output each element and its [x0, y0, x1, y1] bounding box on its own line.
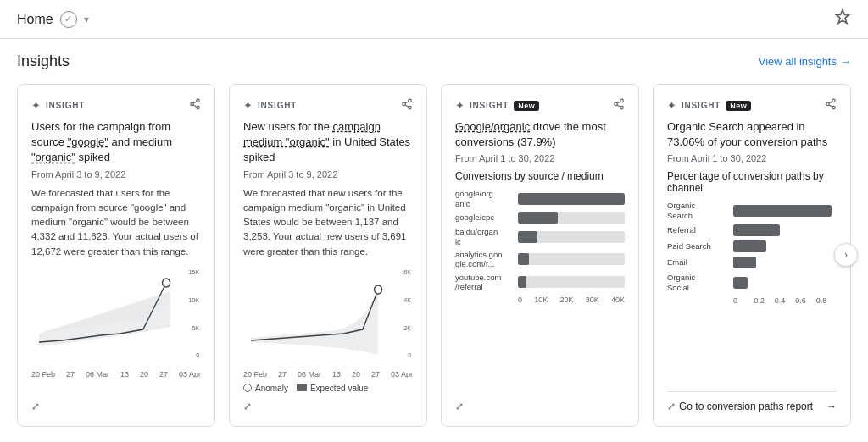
goto-report-link[interactable]: ⤢ Go to conversion paths report →: [667, 391, 837, 412]
bar-fill-3: [518, 231, 537, 243]
expand-icon-2[interactable]: ⤢: [243, 401, 252, 412]
svg-point-9: [163, 279, 170, 287]
card-2-chart: 6K 4K 2K 0 20 Feb2706 Mar13202703 Apr: [243, 266, 413, 393]
bar-row-5: youtube.com/referral: [455, 273, 625, 292]
share-icon-4[interactable]: [825, 98, 837, 113]
card-3-title: Google/organic drove the most conversion…: [455, 119, 625, 150]
card-4-title: Organic Search appeared in 73.06% of you…: [667, 119, 837, 150]
bar4-row-2: Referral: [667, 224, 837, 236]
insight-card-1: ✦ INSIGHT Users for the campaign from so…: [17, 84, 215, 427]
insight-sparkle-icon: ✦: [31, 99, 41, 112]
insight-sparkle-icon-3: ✦: [455, 99, 465, 112]
svg-point-20: [620, 99, 624, 102]
share-icon-1[interactable]: [189, 98, 201, 113]
svg-text:4K: 4K: [403, 296, 411, 303]
badge-new-3: New: [514, 101, 539, 111]
header-left: Home ✓ ▾: [17, 11, 89, 28]
svg-text:0: 0: [196, 351, 199, 358]
svg-line-13: [405, 105, 409, 107]
insight-sparkle-icon-2: ✦: [243, 99, 253, 112]
insight-label-1: INSIGHT: [46, 101, 85, 110]
section-header: Insights View all insights →: [17, 52, 851, 70]
svg-point-22: [620, 106, 624, 108]
bar4-row-4: Email: [667, 257, 837, 268]
expand-icon-1[interactable]: ⤢: [31, 401, 40, 412]
cards-container: ✦ INSIGHT Users for the campaign from so…: [17, 84, 851, 427]
svg-point-0: [197, 99, 200, 102]
svg-point-27: [832, 106, 836, 108]
bar4-row-5: OrganicSocial: [667, 273, 837, 292]
bar4-row-1: OrganicSearch: [667, 201, 837, 220]
bar-fill-2: [518, 212, 558, 224]
card-2-header: ✦ INSIGHT: [243, 98, 413, 113]
insight-label-3: INSIGHT: [470, 101, 509, 110]
chevron-down-icon[interactable]: ▾: [84, 14, 89, 25]
card-4-x-axis: 00.20.40.60.8: [667, 296, 837, 305]
bar-row-2: google/cpc: [455, 212, 625, 224]
svg-line-23: [617, 105, 620, 107]
expand-icon-3[interactable]: ⤢: [455, 401, 464, 412]
card-4-bar-chart: OrganicSearch Referral: [667, 201, 837, 390]
card-1-description: We forecasted that users for the campaig…: [31, 186, 201, 259]
header-title: Home: [17, 12, 53, 27]
insight-card-4: ✦ INSIGHT New Organic Search appeared in…: [653, 84, 851, 427]
insight-card-3: ✦ INSIGHT New Google/organic drove the m…: [441, 84, 639, 427]
check-icon: ✓: [60, 11, 77, 28]
card-4-header: ✦ INSIGHT New: [667, 98, 837, 113]
bar-row-1: google/organic: [455, 189, 625, 208]
expand-icon-4[interactable]: ⤢: [667, 401, 676, 412]
pin-icon[interactable]: [834, 8, 851, 30]
svg-point-10: [409, 99, 412, 102]
header: Home ✓ ▾: [0, 0, 868, 39]
svg-point-2: [197, 106, 200, 108]
card-1-date: From April 3 to 9, 2022: [31, 169, 201, 180]
card-1-header: ✦ INSIGHT: [31, 98, 201, 113]
bar-row-4: analytics.google.com/r...: [455, 250, 625, 269]
card-2-date: From April 3 to 9, 2022: [243, 169, 413, 180]
svg-point-26: [826, 102, 830, 106]
svg-line-29: [829, 102, 832, 103]
cards-wrapper: ✦ INSIGHT Users for the campaign from so…: [17, 84, 851, 427]
insight-card-2: ✦ INSIGHT New users for the campaign med…: [229, 84, 427, 427]
card-2-title: New users for the campaign medium "organ…: [243, 119, 413, 166]
svg-text:5K: 5K: [192, 323, 199, 331]
share-icon-3[interactable]: [613, 98, 625, 113]
card-3-x-axis: 010K20K30K40K: [455, 296, 625, 304]
section-title: Insights: [17, 52, 70, 70]
bar4-row-3: Paid Search: [667, 240, 837, 252]
card-3-bar-chart: google/organic google/cpc baidu/organic: [455, 189, 625, 392]
svg-line-14: [405, 102, 409, 103]
insight-sparkle-icon-4: ✦: [667, 99, 676, 112]
svg-point-1: [191, 102, 194, 106]
svg-line-28: [829, 105, 832, 107]
insight-label-2: INSIGHT: [258, 101, 297, 110]
svg-line-3: [193, 105, 197, 107]
bar-fill-5: [518, 276, 526, 288]
card-1-title: Users for the campaign from source "goog…: [31, 119, 201, 166]
svg-text:2K: 2K: [403, 323, 411, 331]
legend-expected: Expected value: [297, 384, 368, 393]
next-card-button[interactable]: ›: [834, 243, 858, 267]
svg-text:10K: 10K: [188, 296, 199, 303]
anomaly-dot-icon: [243, 384, 252, 392]
badge-new-4: New: [726, 101, 751, 111]
bar-fill-4: [518, 253, 529, 265]
view-all-insights-link[interactable]: View all insights →: [759, 55, 851, 68]
expected-check-icon: [297, 384, 307, 391]
svg-point-21: [615, 102, 618, 106]
svg-point-19: [375, 285, 382, 294]
svg-text:0: 0: [408, 351, 411, 358]
card-3-subtitle: Conversions by source / medium: [455, 170, 625, 182]
bar-fill-1: [518, 193, 625, 205]
svg-text:15K: 15K: [188, 268, 199, 275]
card-2-description: We forecasted that new users for the cam…: [243, 186, 413, 259]
card-3-date: From April 1 to 30, 2022: [455, 153, 625, 163]
svg-line-4: [193, 102, 197, 103]
legend-anomaly: Anomaly: [243, 384, 288, 393]
bar-row-3: baidu/organic: [455, 227, 625, 246]
card-1-chart: 15K 10K 5K 0 20 Feb2706 Mar13202703 Apr: [31, 266, 201, 393]
svg-point-12: [409, 106, 412, 108]
card-4-subtitle: Percentage of conversion paths by channe…: [667, 170, 837, 194]
card-4-date: From April 1 to 30, 2022: [667, 153, 837, 163]
share-icon-2[interactable]: [401, 98, 413, 113]
